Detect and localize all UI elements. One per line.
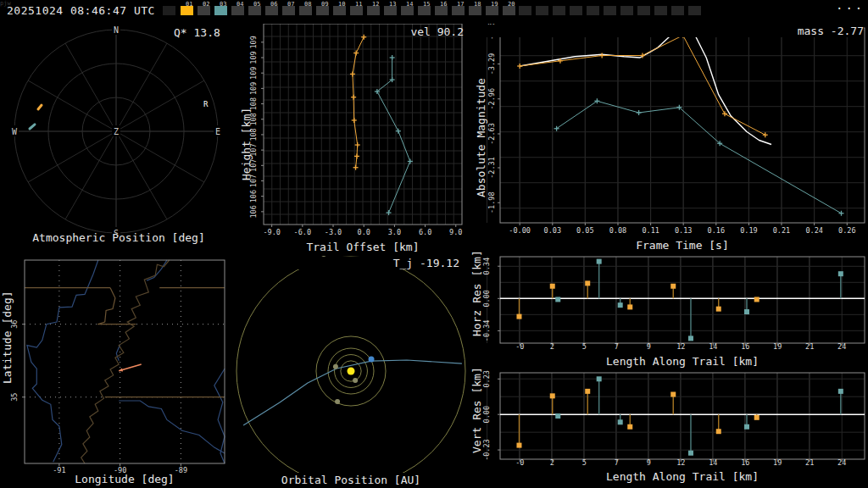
stem-point-station-1 bbox=[627, 424, 632, 430]
lightcurve-plot[interactable]: -0.000.030.050.080.110.130.160.190.210.2… bbox=[470, 24, 868, 239]
mass-xlabel: Frame Time [s] bbox=[500, 239, 865, 252]
frame-box-extra[interactable] bbox=[688, 6, 701, 15]
svg-text:2: 2 bbox=[550, 458, 554, 467]
state-border bbox=[97, 288, 136, 324]
frame-box-extra[interactable] bbox=[519, 6, 531, 15]
svg-text:3.0: 3.0 bbox=[388, 228, 401, 236]
svg-text:-2.31: -2.31 bbox=[487, 157, 496, 179]
stem-point-station-1 bbox=[585, 280, 590, 286]
frame-box-extra[interactable] bbox=[536, 6, 548, 15]
frame-box-extra[interactable] bbox=[553, 6, 565, 15]
mars-marker bbox=[335, 399, 340, 404]
frame-box-label: 13 bbox=[389, 1, 396, 8]
stem-point-station-1 bbox=[516, 443, 521, 448]
svg-text:0.05: 0.05 bbox=[576, 226, 593, 235]
svg-text:21: 21 bbox=[805, 342, 814, 351]
frame-box-lead[interactable] bbox=[163, 6, 175, 15]
frame-box-extra[interactable] bbox=[637, 6, 650, 15]
polar-xlabel: Atmospheric Position [deg] bbox=[0, 231, 237, 244]
horz-res-ylabel: Horz Res [km] bbox=[470, 250, 483, 336]
svg-text:0.0: 0.0 bbox=[358, 228, 370, 236]
compass-north: N bbox=[114, 25, 119, 35]
svg-text:14: 14 bbox=[709, 458, 717, 467]
series-station-2 bbox=[377, 58, 410, 213]
frame-strip[interactable]: 0102030405060708091011121314151617181920 bbox=[0, 0, 868, 20]
svg-text:106: 106 bbox=[249, 190, 258, 202]
vert-res-ylabel: Vert Res [km] bbox=[470, 367, 483, 453]
atmospheric-position-plot[interactable]: NSWEZR bbox=[0, 24, 237, 234]
stem-point-station-2 bbox=[838, 271, 843, 276]
svg-text:12: 12 bbox=[676, 342, 685, 351]
river bbox=[214, 369, 225, 463]
frame-box-extra[interactable] bbox=[604, 6, 616, 15]
frame-box-label: 07 bbox=[287, 1, 294, 8]
svg-text:109: 109 bbox=[249, 67, 258, 80]
stem-point-station-2 bbox=[597, 376, 602, 381]
svg-text:-3.0: -3.0 bbox=[325, 228, 342, 236]
frame-box-label: 20 bbox=[508, 1, 515, 8]
frame-box-label: 04 bbox=[236, 1, 243, 8]
state-border-river bbox=[81, 260, 170, 463]
svg-text:5: 5 bbox=[582, 458, 587, 467]
river bbox=[119, 401, 225, 453]
track-station-2 bbox=[30, 125, 35, 129]
overflow-menu[interactable]: ... bbox=[836, 0, 865, 12]
stem-point-station-2 bbox=[688, 451, 693, 456]
frame-box-label: 09 bbox=[321, 1, 328, 8]
svg-text:-0.00: -0.00 bbox=[509, 226, 531, 235]
svg-text:-0: -0 bbox=[515, 458, 524, 467]
frame-box-extra[interactable] bbox=[620, 6, 633, 15]
svg-text:16: 16 bbox=[741, 342, 749, 351]
venus-marker bbox=[333, 364, 338, 369]
mass-title: mass -2.77 bbox=[470, 25, 864, 37]
svg-text:2: 2 bbox=[550, 342, 554, 351]
svg-text:-6.0: -6.0 bbox=[294, 228, 311, 236]
stem-point-station-2 bbox=[555, 413, 560, 419]
series-station-1 bbox=[520, 36, 765, 136]
stem-point-station-1 bbox=[585, 389, 590, 394]
stem-point-station-1 bbox=[516, 314, 521, 319]
frame-box-extra[interactable] bbox=[671, 6, 684, 15]
svg-text:109: 109 bbox=[249, 82, 258, 95]
svg-text:0.08: 0.08 bbox=[609, 226, 626, 235]
frame-box-label: 11 bbox=[355, 1, 362, 8]
frame-box-extra[interactable] bbox=[654, 6, 667, 15]
frame-box-extra[interactable] bbox=[570, 6, 582, 15]
svg-text:-9.0: -9.0 bbox=[263, 228, 280, 236]
frame-box-label: 19 bbox=[491, 1, 498, 8]
svg-text:-0.23: -0.23 bbox=[482, 439, 491, 461]
frame-box-label: 14 bbox=[406, 1, 413, 8]
stem-point-station-1 bbox=[716, 307, 721, 312]
frame-box-label: 15 bbox=[423, 1, 430, 8]
svg-text:35: 35 bbox=[10, 393, 19, 402]
compass-west: W bbox=[12, 127, 18, 136]
frame-box-label: 16 bbox=[440, 1, 447, 8]
svg-text:9: 9 bbox=[647, 458, 651, 467]
stem-point-station-1 bbox=[550, 284, 555, 289]
vel-xlabel: Trail Offset [km] bbox=[264, 241, 462, 253]
vel-title: vel 90.2 bbox=[242, 25, 464, 38]
q-star-badge: Q* 13.8 bbox=[174, 26, 220, 39]
height-vs-trail-offset-plot[interactable]: -9.0-6.0-3.00.03.06.09.01091091091091081… bbox=[240, 24, 470, 241]
stem-point-station-2 bbox=[618, 302, 623, 308]
frame-box-extra[interactable] bbox=[587, 6, 599, 15]
orbital-position-plot[interactable] bbox=[236, 252, 473, 473]
svg-text:16: 16 bbox=[741, 458, 749, 467]
stem-point-station-2 bbox=[555, 297, 560, 302]
svg-text:-1.98: -1.98 bbox=[487, 191, 496, 214]
svg-text:0.23: 0.23 bbox=[482, 370, 491, 387]
mass-ylabel: Absolute Magnitude bbox=[475, 78, 487, 197]
svg-text:14: 14 bbox=[709, 342, 717, 351]
stem-point-station-2 bbox=[744, 309, 749, 314]
vel-ylabel: Height [km] bbox=[240, 108, 253, 180]
frame-box-label: 08 bbox=[304, 1, 311, 8]
frame-box-label: 05 bbox=[253, 1, 260, 8]
svg-text:0.16: 0.16 bbox=[708, 226, 725, 235]
ground-track-map[interactable]: -91-90-893635 bbox=[0, 252, 237, 474]
svg-text:0.21: 0.21 bbox=[773, 226, 790, 235]
series-model-fit bbox=[520, 28, 771, 145]
stem-point-station-1 bbox=[627, 304, 632, 309]
svg-text:0.19: 0.19 bbox=[740, 226, 757, 235]
svg-text:0.13: 0.13 bbox=[675, 226, 692, 235]
svg-text:24: 24 bbox=[837, 342, 846, 351]
